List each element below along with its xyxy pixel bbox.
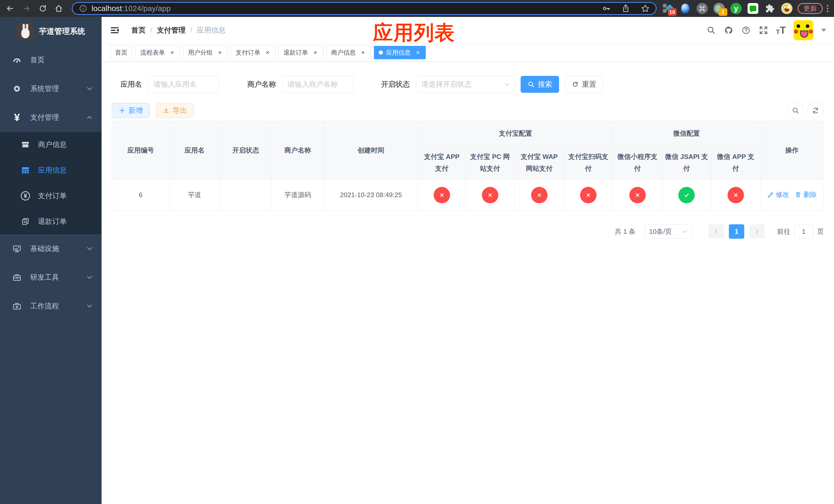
sidebar-collapse-icon[interactable] [110, 25, 119, 35]
extensions-puzzle-icon[interactable] [764, 3, 775, 14]
app-name-label: 应用名 [120, 79, 142, 89]
tab-close-icon[interactable] [217, 49, 223, 55]
browser-update-button[interactable]: 更新 [797, 3, 823, 14]
prev-page-button[interactable] [708, 224, 724, 239]
breadcrumb: 首页 / 支付管理 / 应用信息 [131, 25, 226, 35]
search-form: 应用名 商户名称 开启状态 请选择开启状态 搜索 重置 [120, 76, 824, 93]
extension-badge: 1 [719, 8, 727, 16]
fullscreen-icon[interactable] [759, 25, 768, 35]
avatar-caret-icon[interactable] [821, 29, 826, 32]
table-row: 6 芋道 芋道源码 2021-10-23 08:49:25 [112, 180, 824, 210]
refresh-table-button[interactable] [807, 102, 824, 119]
extension-diamond-icon[interactable]: 10 [663, 3, 674, 14]
page-number-1[interactable]: 1 [729, 224, 744, 239]
tab-close-icon[interactable] [312, 49, 318, 55]
delete-link[interactable]: 删除 [795, 190, 817, 199]
breadcrumb-payment[interactable]: 支付管理 [157, 25, 186, 35]
chevron-down-icon [504, 81, 510, 87]
chevron-down-icon [86, 274, 93, 281]
sidebar-item-infrastructure[interactable]: 基础设施 [0, 234, 102, 263]
sidebar-item-label: 商户信息 [38, 140, 67, 150]
goto-page-input[interactable] [794, 224, 813, 239]
tag-tab-pay-order[interactable]: 支付订单 [231, 46, 276, 59]
sidebar-item-merchant-info[interactable]: 商户信息 [0, 132, 102, 157]
user-avatar[interactable] [793, 20, 813, 40]
browser-toolbar: localhost:1024/pay/app 10 1 y 更新 [0, 0, 834, 17]
sidebar-item-home[interactable]: 首页 [0, 46, 102, 74]
col-alipay-wap: 支付宝 WAP 网站支付 [515, 146, 564, 180]
sidebar-item-app-info[interactable]: 应用信息 [0, 157, 102, 183]
merchant-name-input[interactable] [282, 76, 353, 93]
col-wechat-jsapi: 微信 JSAPI 支付 [662, 146, 711, 180]
browser-back-icon[interactable] [4, 3, 16, 14]
browser-reload-icon[interactable] [37, 3, 49, 14]
tab-close-icon[interactable] [415, 49, 421, 55]
cell-alipay-pc [465, 180, 515, 210]
tag-tab-app-info[interactable]: 应用信息 [374, 46, 426, 59]
tab-close-icon[interactable] [360, 49, 366, 55]
extension-balloon-icon[interactable] [680, 3, 691, 14]
sidebar-item-system[interactable]: 系统管理 [0, 74, 102, 103]
site-info-icon[interactable] [79, 4, 87, 13]
add-button[interactable]: 新增 [112, 103, 150, 118]
status-select[interactable]: 请选择开启状态 [416, 76, 515, 93]
status-label: 开启状态 [381, 79, 410, 89]
tag-tab-process-form[interactable]: 流程表单 [135, 46, 180, 59]
extension-chat-icon[interactable] [747, 3, 759, 14]
password-key-icon[interactable] [602, 4, 611, 13]
tab-close-icon[interactable] [169, 49, 175, 55]
table-toolbar: 新增 导出 [112, 103, 824, 118]
help-icon[interactable] [741, 25, 751, 35]
address-bar[interactable]: localhost:1024/pay/app [72, 2, 657, 15]
sidebar-item-payment[interactable]: ¥ 支付管理 [0, 103, 102, 132]
extension-record-icon[interactable]: 1 [714, 3, 725, 14]
sidebar-item-label: 工作流程 [30, 301, 59, 311]
font-size-icon[interactable]: TT [776, 25, 786, 35]
sidebar-item-refund-order[interactable]: 退款订单 [0, 209, 102, 234]
cross-icon [531, 187, 548, 203]
tag-tab-refund-order[interactable]: 退款订单 [279, 46, 323, 59]
tag-tab-home[interactable]: 首页 [110, 46, 132, 59]
share-icon[interactable] [621, 4, 630, 13]
col-merchant: 商户名称 [272, 121, 324, 180]
browser-menu-icon[interactable] [827, 5, 828, 12]
export-button[interactable]: 导出 [156, 103, 194, 118]
sidebar: 芋道管理系统 首页 系统管理 ¥ 支付管理 商户信息 [0, 17, 102, 504]
extensions-bar: 10 1 y [663, 3, 792, 14]
bookmark-star-icon[interactable] [641, 4, 650, 13]
profile-emoji-icon[interactable] [781, 3, 792, 14]
browser-forward-icon[interactable] [21, 3, 32, 14]
sidebar-item-label: 退款订单 [38, 216, 67, 226]
app-table: 应用编号 应用名 开启状态 商户名称 创建时间 支付宝配置 微信配置 操作 支付… [112, 121, 824, 210]
header-search-icon[interactable] [706, 25, 716, 35]
download-icon [163, 107, 170, 114]
sidebar-item-pay-order[interactable]: ¥ 支付订单 [0, 183, 102, 209]
breadcrumb-home[interactable]: 首页 [131, 25, 146, 35]
sidebar-item-label: 支付订单 [38, 191, 67, 201]
url-text[interactable]: localhost:1024/pay/app [91, 4, 171, 13]
col-operations: 操作 [761, 121, 824, 180]
extension-youdao-icon[interactable]: y [730, 3, 742, 14]
pagination-total: 共 1 条 [615, 227, 636, 236]
tag-tab-user-group[interactable]: 用户分组 [183, 46, 228, 59]
reset-button[interactable]: 重置 [565, 76, 603, 93]
app-name-input[interactable] [148, 76, 220, 93]
col-wechat-app: 微信 APP 支付 [711, 146, 761, 180]
document-icon [20, 216, 31, 227]
sidebar-item-dev-tools[interactable]: 研发工具 [0, 263, 102, 292]
github-icon[interactable] [724, 25, 733, 35]
tab-close-icon[interactable] [264, 49, 270, 55]
show-search-toggle-button[interactable] [787, 102, 804, 119]
search-button[interactable]: 搜索 [521, 76, 559, 93]
col-created-at: 创建时间 [324, 121, 418, 180]
table-grid-icon [20, 165, 31, 176]
page-suffix-label: 页 [817, 227, 824, 236]
payment-submenu: 商户信息 应用信息 ¥ 支付订单 退款订单 [0, 132, 102, 234]
next-page-button[interactable] [749, 224, 765, 239]
tag-tab-merchant-info[interactable]: 商户信息 [326, 46, 371, 59]
extension-command-icon[interactable] [697, 3, 708, 14]
browser-home-icon[interactable] [53, 3, 65, 14]
edit-link[interactable]: 修改 [767, 190, 789, 199]
page-size-select[interactable]: 10条/页 [645, 224, 692, 239]
sidebar-item-workflow[interactable]: 工作流程 [0, 292, 102, 320]
